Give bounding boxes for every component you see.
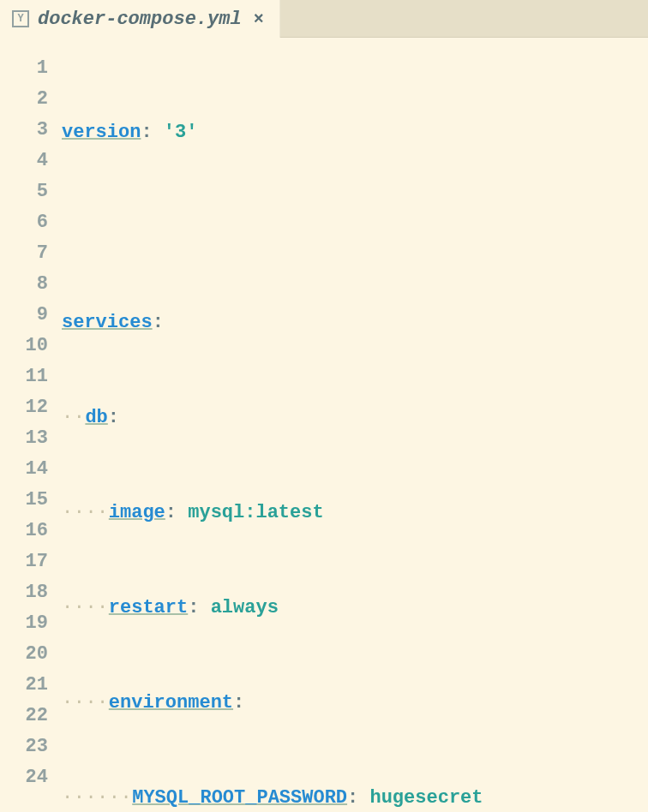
line-number: 7 [0, 238, 48, 269]
line-number: 14 [0, 454, 48, 485]
line-number: 17 [0, 546, 48, 577]
line-number: 6 [0, 207, 48, 238]
line-number: 2 [0, 84, 48, 115]
code-editor[interactable]: 123456789101112131415161718192021222324 … [0, 38, 648, 812]
code-content[interactable]: version: '3' services: ··db: ····image: … [62, 53, 648, 812]
line-number: 9 [0, 300, 48, 331]
line-number: 3 [0, 115, 48, 146]
line-number: 21 [0, 670, 48, 701]
line-number: 22 [0, 701, 48, 731]
line-number: 5 [0, 176, 48, 207]
tab-bar: Y docker-compose.yml × [0, 0, 648, 38]
code-line[interactable]: ····environment: [62, 688, 648, 719]
line-number: 4 [0, 146, 48, 176]
tab-filename: docker-compose.yml [38, 9, 242, 30]
line-number: 16 [0, 516, 48, 546]
line-number: 12 [0, 392, 48, 423]
code-line[interactable]: ····restart: always [62, 593, 648, 624]
line-number: 8 [0, 269, 48, 300]
code-line[interactable] [62, 212, 648, 243]
code-line[interactable]: ····image: mysql:latest [62, 498, 648, 528]
line-number: 15 [0, 485, 48, 516]
tab-bar-spacer [280, 0, 648, 38]
line-number-gutter: 123456789101112131415161718192021222324 [0, 53, 62, 812]
line-number: 24 [0, 762, 48, 793]
line-number: 13 [0, 423, 48, 454]
line-number: 23 [0, 731, 48, 762]
line-number: 20 [0, 639, 48, 670]
code-line[interactable]: services: [62, 307, 648, 338]
code-line[interactable]: ······MYSQL_ROOT_PASSWORD: hugesecret [62, 783, 648, 812]
code-line[interactable]: ··db: [62, 403, 648, 433]
line-number: 1 [0, 53, 48, 84]
line-number: 10 [0, 331, 48, 361]
yaml-file-icon: Y [12, 10, 29, 27]
line-number: 18 [0, 577, 48, 608]
line-number: 19 [0, 608, 48, 639]
editor-tab-docker-compose[interactable]: Y docker-compose.yml × [0, 0, 280, 38]
close-icon[interactable]: × [250, 9, 267, 29]
code-line[interactable]: version: '3' [62, 117, 648, 148]
line-number: 11 [0, 361, 48, 392]
